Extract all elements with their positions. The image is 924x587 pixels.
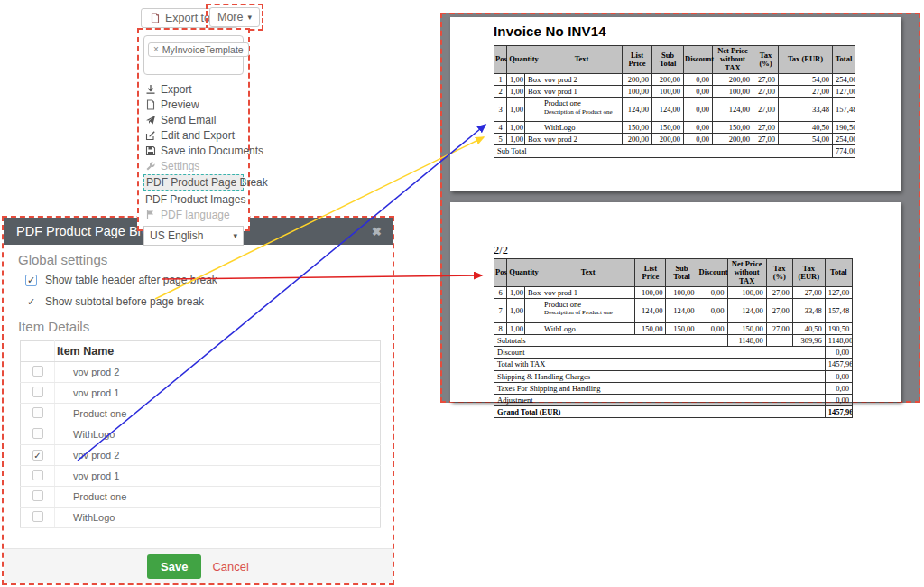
modal-footer: Save Cancel [4, 548, 393, 583]
caret-down-icon: ▾ [233, 231, 237, 240]
invoice-item-row: 31,00Product oneDescription of Product o… [494, 98, 855, 122]
pdf-page-2: 2/2 Pos Quantity Text List Price Sub Tot… [450, 202, 901, 402]
item-table-header-row: Item Name [21, 341, 381, 362]
item-name: WithLogo [55, 424, 381, 445]
item-name: Product one [55, 404, 381, 424]
item-row: WithLogo [21, 508, 381, 528]
send-icon [145, 115, 156, 126]
total-row: Discount 0,00 [494, 347, 853, 359]
invoice-item-row: 81,00WithLogo150,00150,000,00150,0027,00… [494, 322, 853, 334]
download-icon [145, 84, 156, 95]
grand-total-label: Grand Total (EUR) [494, 406, 826, 418]
subtotals-net: 1148,00 [727, 334, 766, 346]
total-row: Adjustment 0,00 [494, 394, 853, 405]
flag-icon [145, 210, 156, 220]
pdf-product-page-break-modal: PDF Product Page Break ✖ Global settings… [2, 216, 394, 585]
item-row: Product one [21, 487, 381, 508]
more-button[interactable]: More ▾ [209, 7, 260, 27]
save-button[interactable]: Save [147, 554, 201, 579]
item-name-column-header: Item Name [55, 341, 381, 362]
menu-item-send-email[interactable]: Send Email [143, 112, 244, 127]
subtotals-tax-eur: 309,96 [792, 334, 825, 346]
grand-total-value: 1457,96 [825, 406, 852, 418]
total-row: Total with TAX 1457,96 [494, 359, 853, 370]
template-tag[interactable]: × MyInvoiceTemplate [148, 42, 249, 57]
invoice-header-row: Pos Quantity Text List Price Sub Total D… [494, 46, 855, 74]
remove-tag-icon[interactable]: × [153, 44, 159, 54]
invoice-item-row: 51,00Boxvov prod 2200,00200,000,00200,00… [494, 134, 855, 145]
pdf-preview-region: Invoice No INV14 Pos Quantity Text List … [440, 13, 920, 403]
checkbox-show-subtotal[interactable]: ✓ [25, 296, 37, 308]
invoice-header-row: Pos Quantity Text List Price Sub Total D… [494, 259, 853, 287]
template-tag-label: MyInvoiceTemplate [162, 44, 244, 55]
item-checkbox[interactable] [32, 387, 43, 397]
pdf-file-icon [150, 13, 161, 23]
pdf-page-1: Invoice No INV14 Pos Quantity Text List … [450, 17, 901, 191]
invoice-item-row: 41,00WithLogo150,00150,000,00150,0027,00… [494, 121, 855, 133]
item-name: Product one [55, 487, 381, 508]
invoice-item-row: 21,00Boxvov prod 1100,00100,000,00100,00… [494, 86, 855, 98]
menu-item-edit-and-export[interactable]: Edit and Export [143, 127, 244, 143]
item-name: vov prod 1 [55, 383, 381, 404]
item-row: vov prod 1 [21, 383, 381, 404]
export-dropdown-panel: × MyInvoiceTemplate Export Preview Send … [137, 28, 250, 231]
item-name: vov prod 2 [55, 362, 381, 383]
invoice-table-page2: Pos Quantity Text List Price Sub Total D… [494, 258, 853, 418]
global-settings-heading: Global settings [18, 252, 107, 267]
item-checkbox[interactable] [32, 511, 43, 522]
more-label: More [217, 11, 243, 23]
subtotal-row: Sub Total 774,00 [494, 145, 855, 157]
invoice-item-row: 11,00Boxvov prod 2200,00200,000,00200,00… [494, 74, 855, 86]
item-row: Product one [21, 404, 381, 424]
edit-icon [145, 130, 156, 141]
menu-item-save-into-documents[interactable]: Save into Documents [143, 143, 244, 158]
invoice-item-row: 71,00Product oneDescription of Product o… [494, 299, 853, 323]
subtotal-label: Sub Total [494, 145, 833, 157]
item-checkbox[interactable]: ✓ [32, 450, 43, 461]
item-name: vov prod 1 [55, 466, 381, 487]
invoice-item-row: 61,00Boxvov prod 1100,00100,000,00100,00… [494, 287, 853, 299]
subtotal-value: 774,00 [833, 145, 855, 157]
item-checkbox[interactable] [32, 407, 43, 418]
item-name: vov prod 2 [55, 445, 381, 466]
item-table-checkbox-header [21, 341, 55, 362]
item-checkbox[interactable] [32, 490, 43, 501]
page-number-label: 2/2 [494, 244, 508, 257]
menu-item-pdf-product-images[interactable]: PDF Product Images [143, 191, 244, 207]
language-select[interactable]: US English ▾ [143, 226, 244, 246]
item-row: WithLogo [21, 424, 381, 445]
template-select-input[interactable]: × MyInvoiceTemplate [143, 35, 244, 75]
item-name: WithLogo [55, 508, 381, 528]
close-icon[interactable]: ✖ [372, 225, 382, 238]
item-row: vov prod 2 [21, 362, 381, 383]
total-row: Shipping & Handling Charges 0,00 [494, 370, 853, 382]
save-icon [145, 145, 156, 156]
item-checkbox[interactable] [32, 470, 43, 480]
total-row: Taxes For Shipping and Handling 0,00 [494, 382, 853, 394]
checkbox-show-table-header-label: Show table header after page break [45, 274, 217, 286]
cancel-button[interactable]: Cancel [212, 560, 248, 573]
more-button-annotation-box: More ▾ [206, 4, 263, 31]
subtotals-total: 1148,00 [825, 334, 852, 346]
subtotals-row: Subtotals 1148,00 309,96 1148,00 [494, 334, 853, 346]
wrench-icon [145, 161, 156, 172]
caret-down-icon: ▾ [247, 13, 252, 22]
item-checkbox[interactable] [32, 366, 43, 377]
menu-item-pdf-product-page-break[interactable]: PDF Product Page Break [143, 174, 244, 191]
menu-item-preview[interactable]: Preview [143, 97, 244, 112]
menu-item-pdf-language: PDF language [143, 207, 244, 222]
invoice-table-page1: Pos Quantity Text List Price Sub Total D… [494, 45, 855, 158]
item-row: vov prod 1 [21, 466, 381, 487]
subtotals-label: Subtotals [494, 334, 728, 346]
item-details-table: Item Name vov prod 2 vov prod 1 Product … [20, 340, 381, 528]
menu-item-export[interactable]: Export [143, 81, 244, 97]
invoice-title: Invoice No INV14 [494, 23, 606, 39]
checkbox-show-table-header[interactable]: ✓ [25, 275, 37, 286]
checkbox-show-subtotal-label: Show subtotal before page break [45, 295, 204, 308]
menu-item-settings: Settings [143, 158, 244, 173]
file-icon [145, 99, 156, 110]
grand-total-row: Grand Total (EUR) 1457,96 [494, 406, 853, 418]
item-checkbox[interactable] [32, 428, 43, 439]
item-row: ✓ vov prod 2 [21, 445, 381, 466]
language-selected-value: US English [150, 229, 203, 242]
